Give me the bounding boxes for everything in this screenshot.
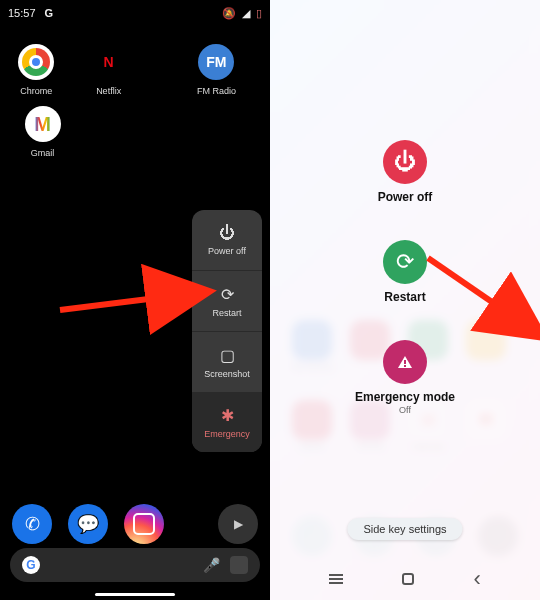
power-option-sublabel: Off bbox=[399, 405, 411, 415]
svg-rect-1 bbox=[404, 365, 406, 367]
app-gmail[interactable]: Gmail bbox=[15, 106, 70, 158]
power-menu-label: Screenshot bbox=[204, 369, 250, 379]
power-menu-restart[interactable]: ⟳ Restart bbox=[192, 271, 262, 331]
home-apps-row-2: Gmail bbox=[0, 96, 270, 158]
app-label: Netflix bbox=[96, 86, 121, 96]
google-search-bar[interactable]: G 🎤 bbox=[10, 548, 260, 582]
google-indicator: G bbox=[45, 7, 54, 19]
app-netflix[interactable]: N Netflix bbox=[87, 44, 129, 96]
svg-rect-0 bbox=[404, 360, 406, 364]
power-option-restart[interactable]: ⟳ Restart bbox=[383, 240, 427, 304]
dock-messages[interactable]: 💬 bbox=[68, 504, 108, 544]
phone-icon: ✆ bbox=[25, 513, 40, 535]
screenshot-icon: ▢ bbox=[220, 346, 235, 365]
power-menu-emergency[interactable]: ✱ Emergency bbox=[192, 392, 262, 452]
power-options: ⏻ Power off ⟳ Restart Emergency mode Off bbox=[270, 140, 540, 415]
dock-instagram[interactable] bbox=[124, 504, 164, 544]
power-icon: ⏻ bbox=[383, 140, 427, 184]
chrome-icon bbox=[18, 44, 54, 80]
status-icons: 🔕 ◢ ▯ bbox=[222, 7, 262, 20]
power-menu-label: Emergency bbox=[204, 429, 250, 439]
gesture-nav-indicator bbox=[95, 593, 175, 596]
power-menu-poweroff[interactable]: ⏻ Power off bbox=[192, 210, 262, 270]
phone-right-samsung: My Business Gallery Camera 12Calendar M bbox=[270, 0, 540, 600]
nav-bar: ‹ bbox=[270, 566, 540, 592]
nav-back[interactable]: ‹ bbox=[473, 566, 480, 592]
comparison-stage: 15:57 G 🔕 ◢ ▯ Chrome N Netflix FM FM Rad… bbox=[0, 0, 540, 600]
power-option-label: Emergency mode bbox=[355, 390, 455, 404]
phone-left-stock-android: 15:57 G 🔕 ◢ ▯ Chrome N Netflix FM FM Rad… bbox=[0, 0, 270, 600]
emergency-icon bbox=[383, 340, 427, 384]
power-option-label: Power off bbox=[378, 190, 433, 204]
side-key-label: Side key settings bbox=[363, 523, 446, 535]
app-fmradio[interactable]: FM FM Radio bbox=[178, 44, 255, 96]
dock-phone[interactable]: ✆ bbox=[12, 504, 52, 544]
home-apps-row-1: Chrome N Netflix FM FM Radio bbox=[0, 26, 270, 96]
power-menu-label: Power off bbox=[208, 246, 246, 256]
google-logo-icon: G bbox=[22, 556, 40, 574]
restart-icon: ⟳ bbox=[221, 285, 234, 304]
messages-icon: 💬 bbox=[77, 513, 99, 535]
power-option-poweroff[interactable]: ⏻ Power off bbox=[378, 140, 433, 204]
status-left: 15:57 G bbox=[8, 7, 53, 19]
restart-icon: ⟳ bbox=[383, 240, 427, 284]
power-icon: ⏻ bbox=[219, 224, 235, 242]
dock-youtube-music[interactable]: ▶ bbox=[218, 504, 258, 544]
dock: ✆ 💬 ▶ bbox=[0, 504, 270, 544]
gmail-icon bbox=[25, 106, 61, 142]
mic-icon[interactable]: 🎤 bbox=[203, 557, 220, 573]
power-menu-panel: ⏻ Power off ⟳ Restart ▢ Screenshot ✱ Eme… bbox=[192, 210, 262, 452]
app-label: FM Radio bbox=[197, 86, 236, 96]
signal-icon: ◢ bbox=[242, 7, 250, 20]
netflix-icon: N bbox=[91, 44, 127, 80]
fmradio-icon: FM bbox=[198, 44, 234, 80]
clock: 15:57 bbox=[8, 7, 36, 19]
app-chrome[interactable]: Chrome bbox=[15, 44, 57, 96]
side-key-settings-button[interactable]: Side key settings bbox=[347, 518, 462, 540]
dnd-icon: 🔕 bbox=[222, 7, 236, 20]
power-menu-screenshot[interactable]: ▢ Screenshot bbox=[192, 332, 262, 392]
nav-home[interactable] bbox=[402, 573, 414, 585]
play-icon: ▶ bbox=[234, 517, 243, 531]
emergency-icon: ✱ bbox=[221, 406, 234, 425]
status-bar: 15:57 G 🔕 ◢ ▯ bbox=[0, 0, 270, 26]
power-menu-label: Restart bbox=[212, 308, 241, 318]
lens-icon[interactable] bbox=[230, 556, 248, 574]
power-option-label: Restart bbox=[384, 290, 425, 304]
battery-icon: ▯ bbox=[256, 7, 262, 20]
power-option-emergency-mode[interactable]: Emergency mode Off bbox=[355, 340, 455, 415]
nav-recents[interactable] bbox=[329, 574, 343, 584]
app-label: Gmail bbox=[31, 148, 55, 158]
app-label: Chrome bbox=[20, 86, 52, 96]
